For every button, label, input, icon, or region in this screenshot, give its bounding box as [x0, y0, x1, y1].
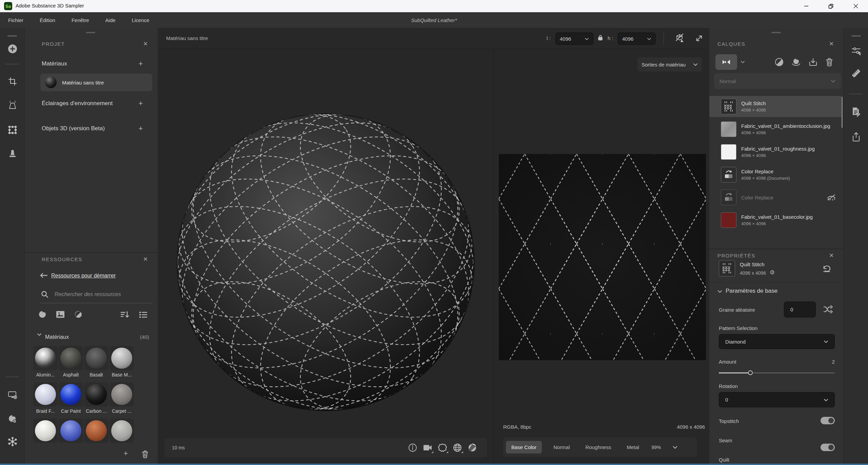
material-layer-icon[interactable]	[791, 58, 801, 66]
add-object-button[interactable]: +	[136, 124, 145, 133]
left-strip-drag-handle[interactable]	[7, 35, 17, 37]
menu-edition[interactable]: Édition	[32, 12, 63, 28]
tab-normal[interactable]: Normal	[548, 441, 575, 453]
seed-input[interactable]: 0	[784, 302, 816, 317]
materials-group-label[interactable]: Matériaux	[45, 334, 69, 340]
sort-icon[interactable]	[120, 310, 129, 318]
material-tile[interactable]	[84, 346, 108, 370]
amount-slider[interactable]	[719, 370, 835, 375]
reset-undo-icon[interactable]	[822, 264, 831, 273]
filter-materials-icon[interactable]	[38, 310, 46, 318]
height-select[interactable]: 4096	[618, 33, 656, 45]
menu-fichier[interactable]: Fichier	[0, 12, 32, 28]
right-strip-drag-handle[interactable]	[851, 35, 861, 37]
filter-filters-icon[interactable]	[74, 310, 82, 318]
compare-split-button[interactable]	[715, 54, 737, 70]
project-panel-drag-handle[interactable]	[86, 32, 95, 33]
list-view-icon[interactable]	[139, 310, 147, 318]
pattern-select[interactable]: Diamond	[719, 334, 835, 349]
layers-scrollbar[interactable]	[842, 97, 843, 128]
adjustment-layer-icon[interactable]	[775, 58, 784, 66]
resources-trash-icon[interactable]	[141, 450, 149, 458]
randomize-seed-icon[interactable]	[823, 305, 833, 314]
layers-close-icon[interactable]: ✕	[827, 39, 836, 49]
add-material-button[interactable]: +	[136, 59, 145, 69]
layers-panel-drag-handle[interactable]	[771, 32, 781, 33]
layer-settings-gear-icon[interactable]: ⚙	[770, 269, 775, 276]
viewport-3d[interactable]: 10 ms	[158, 49, 493, 465]
materials-group-chevron-icon[interactable]	[37, 333, 42, 336]
clone-stamp-tool-icon[interactable]	[0, 146, 25, 161]
base-params-chevron-icon[interactable]	[717, 290, 722, 293]
toggle-material-display-icon[interactable]	[675, 33, 686, 44]
search-input[interactable]: Rechercher des ressources	[55, 291, 121, 297]
delete-layer-icon[interactable]	[825, 58, 833, 66]
perspective-tool-icon[interactable]	[0, 98, 25, 113]
viewport-2d[interactable]: Sorties de matériau RGBA, 8	[493, 49, 709, 465]
topstitch-toggle[interactable]	[821, 417, 835, 424]
resources-add-button[interactable]: +	[121, 449, 131, 458]
material-tile[interactable]	[84, 382, 108, 407]
globe-icon[interactable]	[450, 440, 465, 455]
restore-button[interactable]	[821, 0, 840, 12]
menu-licence[interactable]: Licence	[124, 12, 158, 28]
material-tile[interactable]	[33, 419, 58, 443]
resources-back-link[interactable]: Ressources pour démarrer	[51, 273, 116, 279]
layer-row-basecolor[interactable]: Fabric_valvet_01_basecolor.jpg 4096 × 40…	[709, 210, 841, 231]
zoom-level[interactable]: 99%	[646, 441, 666, 453]
material-tile[interactable]	[110, 346, 134, 370]
camera-icon[interactable]	[420, 440, 435, 455]
environment-icon[interactable]	[435, 440, 450, 455]
chevron-down-icon[interactable]	[672, 445, 678, 449]
material-tile[interactable]	[84, 419, 108, 443]
minimize-button[interactable]	[797, 0, 816, 12]
width-select[interactable]: 4096	[555, 33, 593, 45]
node-graph-icon[interactable]	[0, 434, 25, 449]
rotation-select[interactable]: 0	[719, 392, 835, 407]
material-tile[interactable]	[110, 382, 134, 407]
amount-slider-knob[interactable]	[748, 370, 753, 375]
add-resource-button[interactable]	[0, 41, 25, 56]
import-layer-icon[interactable]	[809, 58, 817, 66]
layer-row-ambientocclusion[interactable]: Fabric_valvet_01_ambientocclusion.jpg 40…	[709, 119, 841, 140]
project-material-item[interactable]: Matériau sans titre	[40, 74, 152, 91]
fullscreen-icon[interactable]	[695, 34, 704, 43]
display-settings-icon[interactable]	[0, 387, 25, 402]
layer-row-quilt-stitch[interactable]: Quilt Stitch 4096 × 4096	[709, 96, 841, 117]
properties-close-icon[interactable]: ✕	[827, 251, 836, 260]
material-settings-icon[interactable]	[0, 412, 25, 427]
material-outputs-select[interactable]: Sorties de matériau	[637, 57, 702, 72]
tab-base-color[interactable]: Base Color	[506, 441, 542, 453]
shaded-sphere-icon[interactable]	[465, 440, 480, 455]
seam-toggle[interactable]	[821, 444, 835, 451]
resources-close-icon[interactable]: ✕	[141, 254, 150, 264]
layer-row-color-replace[interactable]: Color Replace 4096 × 4096 (Document)	[709, 164, 841, 185]
filter-images-icon[interactable]	[56, 310, 65, 318]
pinned-properties-icon[interactable]	[844, 43, 868, 58]
crop-tool-icon[interactable]	[0, 74, 25, 89]
material-tile[interactable]	[110, 419, 134, 443]
tab-metal[interactable]: Metal	[621, 441, 645, 453]
share-export-icon[interactable]	[844, 130, 868, 144]
visibility-off-icon[interactable]	[827, 194, 836, 201]
ruler-icon[interactable]	[844, 66, 868, 81]
add-lighting-button[interactable]: +	[136, 99, 145, 108]
material-tile[interactable]	[59, 346, 83, 370]
menu-aide[interactable]: Aide	[97, 12, 124, 28]
material-tile[interactable]	[33, 382, 58, 407]
info-icon[interactable]	[405, 440, 420, 455]
transform-tool-icon[interactable]	[0, 122, 25, 137]
base-params-section-title[interactable]: Paramètres de base	[726, 288, 777, 294]
project-close-icon[interactable]: ✕	[141, 39, 150, 49]
document-edit-icon[interactable]	[844, 104, 868, 119]
layer-row-roughness[interactable]: Fabric_valvet_01_roughness.jpg 4096 × 40…	[709, 141, 841, 162]
lock-aspect-icon[interactable]	[598, 35, 603, 41]
material-tile[interactable]	[59, 419, 83, 443]
compare-chevron-icon[interactable]	[741, 60, 745, 63]
material-tile[interactable]	[33, 346, 58, 370]
menu-fenetre[interactable]: Fenêtre	[63, 12, 97, 28]
layer-row-color-replace-hidden[interactable]: Color Replace	[709, 187, 841, 208]
back-arrow-icon[interactable]	[40, 272, 48, 278]
tab-roughness[interactable]: Roughness	[580, 441, 617, 453]
close-window-button[interactable]	[846, 0, 865, 12]
